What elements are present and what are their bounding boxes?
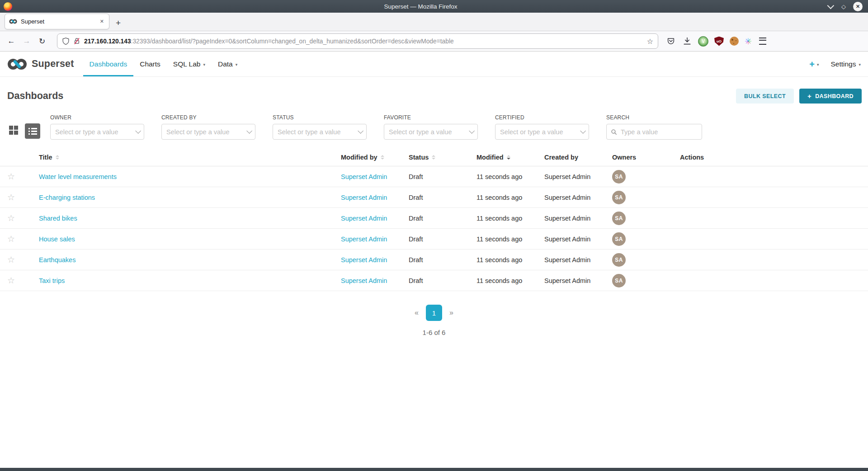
modified-cell: 11 seconds ago xyxy=(476,215,544,222)
favorite-select[interactable]: Select or type a value xyxy=(384,124,478,140)
browser-toolbar: ← → ↻ 217.160.120.143:32393/dashboard/li… xyxy=(0,31,868,52)
sparkle-extension-icon[interactable]: ✳ xyxy=(745,37,752,46)
owner-avatar[interactable]: SA xyxy=(612,170,626,184)
favorite-star-icon[interactable]: ☆ xyxy=(7,193,39,202)
modified-by-link[interactable]: Superset Admin xyxy=(341,215,387,222)
window-titlebar: Superset — Mozilla Firefox ◇ ✕ xyxy=(0,0,868,13)
modified-by-link[interactable]: Superset Admin xyxy=(341,277,387,284)
favorite-star-icon[interactable]: ☆ xyxy=(7,235,39,243)
owner-avatar[interactable]: SA xyxy=(612,274,626,287)
ublock-origin-icon[interactable]: uO xyxy=(714,37,724,46)
new-dashboard-button[interactable]: + DASHBOARD xyxy=(799,89,862,104)
browser-tab[interactable]: Superset ✕ xyxy=(5,14,109,29)
nav-item-sql-lab[interactable]: SQL Lab ▾ xyxy=(167,52,212,76)
next-page-button[interactable]: » xyxy=(449,309,453,317)
tracking-protection-shield-icon[interactable] xyxy=(62,37,70,45)
sort-desc-icon xyxy=(507,155,510,160)
tab-title: Superset xyxy=(21,18,95,25)
table-row: ☆ Earthquakes Superset Admin Draft 11 se… xyxy=(0,250,868,270)
modified-cell: 11 seconds ago xyxy=(476,194,544,201)
chevron-down-icon: ▾ xyxy=(203,62,205,67)
favorite-star-icon[interactable]: ☆ xyxy=(7,214,39,222)
modified-cell: 11 seconds ago xyxy=(476,256,544,264)
created-by-select[interactable]: Select or type a value xyxy=(161,124,255,140)
previous-page-button[interactable]: « xyxy=(415,309,419,317)
insecure-lock-icon[interactable] xyxy=(73,37,80,45)
filter-certified: CERTIFIED Select or type a value xyxy=(495,114,589,140)
modified-cell: 11 seconds ago xyxy=(476,173,544,180)
modified-by-link[interactable]: Superset Admin xyxy=(341,256,387,264)
brand-name: Superset xyxy=(32,58,74,70)
column-header-modified[interactable]: Modified xyxy=(476,154,544,161)
status-cell: Draft xyxy=(409,215,476,222)
table-header-row: Title Modified by Status Modified Create… xyxy=(0,149,868,166)
tab-close-icon[interactable]: ✕ xyxy=(99,18,105,25)
extension-green-icon[interactable]: V xyxy=(698,36,708,47)
column-header-modified-by[interactable]: Modified by xyxy=(341,154,409,161)
dashboard-title-link[interactable]: E-charging stations xyxy=(39,194,95,201)
favorite-star-icon[interactable]: ☆ xyxy=(7,276,39,285)
owner-avatar[interactable]: SA xyxy=(612,212,626,225)
menu-hamburger-icon[interactable] xyxy=(758,36,768,47)
created-by-cell: Superset Admin xyxy=(544,194,612,201)
url-path: :32393/dashboard/list/?pageIndex=0&sortC… xyxy=(131,38,454,45)
certified-select[interactable]: Select or type a value xyxy=(495,124,589,140)
plus-icon: + xyxy=(809,60,815,69)
column-header-title[interactable]: Title xyxy=(39,154,341,161)
filter-created-by: CREATED BY Select or type a value xyxy=(161,114,255,140)
dashboard-title-link[interactable]: House sales xyxy=(39,236,75,243)
downloads-icon[interactable] xyxy=(682,36,692,47)
firefox-logo-icon xyxy=(4,2,12,11)
cookie-extension-icon[interactable] xyxy=(730,37,739,46)
nav-item-dashboards[interactable]: Dashboards xyxy=(83,52,134,76)
chevron-down-icon xyxy=(135,128,141,134)
owner-avatar[interactable]: SA xyxy=(612,191,626,204)
table-row: ☆ House sales Superset Admin Draft 11 se… xyxy=(0,229,868,250)
card-view-toggle-icon[interactable] xyxy=(9,126,18,135)
window-bottom-edge xyxy=(0,468,868,471)
column-header-owners: Owners xyxy=(612,154,680,161)
current-page-button[interactable]: 1 xyxy=(426,305,442,321)
modified-by-link[interactable]: Superset Admin xyxy=(341,194,387,201)
favorite-star-icon[interactable]: ☆ xyxy=(7,172,39,181)
nav-item-data[interactable]: Data ▾ xyxy=(212,52,244,76)
modified-by-link[interactable]: Superset Admin xyxy=(341,173,387,180)
column-header-created-by: Created by xyxy=(544,154,612,161)
nav-item-charts[interactable]: Charts xyxy=(133,52,167,76)
favorite-star-icon[interactable]: ☆ xyxy=(7,255,39,264)
created-by-cell: Superset Admin xyxy=(544,215,612,222)
superset-brand[interactable]: Superset xyxy=(7,52,74,76)
list-view-toggle-icon[interactable] xyxy=(25,123,40,139)
modified-by-link[interactable]: Superset Admin xyxy=(341,236,387,243)
bookmark-star-icon[interactable]: ☆ xyxy=(647,37,653,46)
bulk-select-button[interactable]: BULK SELECT xyxy=(736,89,794,104)
settings-menu-button[interactable]: Settings ▾ xyxy=(830,60,861,68)
dashboard-title-link[interactable]: Shared bikes xyxy=(39,215,77,222)
created-by-cell: Superset Admin xyxy=(544,277,612,284)
back-button[interactable]: ← xyxy=(5,37,18,46)
dashboard-title-link[interactable]: Earthquakes xyxy=(39,256,75,264)
page-title: Dashboards xyxy=(7,90,63,102)
pocket-icon[interactable] xyxy=(665,36,676,47)
column-header-actions: Actions xyxy=(680,154,861,161)
column-header-status[interactable]: Status xyxy=(409,154,476,161)
owner-avatar[interactable]: SA xyxy=(612,253,626,267)
status-cell: Draft xyxy=(409,173,476,180)
filters-bar: OWNER Select or type a value CREATED BY … xyxy=(0,104,868,140)
status-select[interactable]: Select or type a value xyxy=(273,124,367,140)
created-by-cell: Superset Admin xyxy=(544,173,612,180)
window-maximize-button[interactable]: ◇ xyxy=(841,4,846,9)
owner-select[interactable]: Select or type a value xyxy=(50,124,144,140)
url-text[interactable]: 217.160.120.143:32393/dashboard/list/?pa… xyxy=(84,38,643,45)
status-cell: Draft xyxy=(409,194,476,201)
search-input[interactable] xyxy=(620,128,698,136)
url-bar[interactable]: 217.160.120.143:32393/dashboard/list/?pa… xyxy=(57,33,658,49)
dashboard-title-link[interactable]: Taxi trips xyxy=(39,277,65,284)
search-icon xyxy=(611,129,617,135)
owner-avatar[interactable]: SA xyxy=(612,232,626,246)
reload-button[interactable]: ↻ xyxy=(35,37,49,46)
new-item-menu-button[interactable]: + ▾ xyxy=(809,60,819,69)
window-close-button[interactable]: ✕ xyxy=(853,2,863,11)
new-tab-button[interactable]: + xyxy=(116,19,121,27)
dashboard-title-link[interactable]: Water level measurements xyxy=(39,173,117,180)
